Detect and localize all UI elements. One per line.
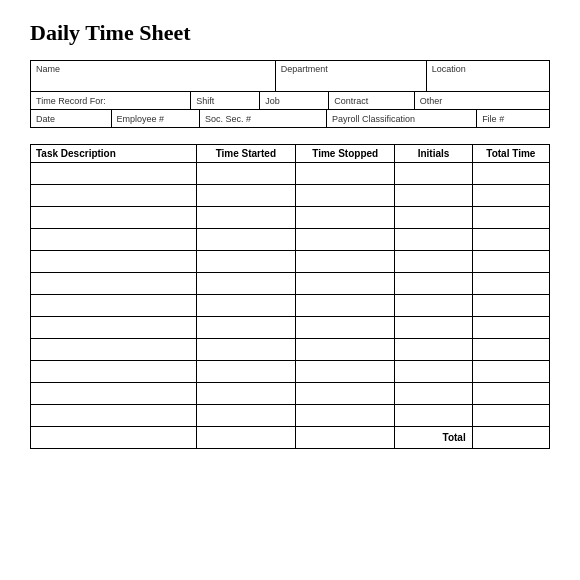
department-cell[interactable]: Department [276, 61, 427, 91]
job-cell[interactable]: Job [260, 92, 329, 109]
task-cell[interactable] [395, 339, 472, 361]
task-cell[interactable] [196, 317, 295, 339]
payroll-cell[interactable]: Payroll Classification [327, 110, 477, 127]
task-row[interactable] [31, 339, 550, 361]
department-label: Department [281, 64, 421, 74]
task-cell[interactable] [395, 317, 472, 339]
task-row[interactable] [31, 229, 550, 251]
total-cell [196, 427, 295, 449]
task-cell[interactable] [31, 251, 197, 273]
task-cell[interactable] [296, 229, 395, 251]
task-cell[interactable] [31, 207, 197, 229]
task-cell[interactable] [31, 295, 197, 317]
task-cell[interactable] [296, 185, 395, 207]
file-num-cell[interactable]: File # [477, 110, 549, 127]
task-row[interactable] [31, 383, 550, 405]
task-cell[interactable] [472, 295, 549, 317]
header-section: Name Department Location Time Record For… [30, 60, 550, 128]
task-cell[interactable] [296, 317, 395, 339]
task-row[interactable] [31, 207, 550, 229]
total-cell [31, 427, 197, 449]
task-cell[interactable] [296, 273, 395, 295]
task-cell[interactable] [296, 207, 395, 229]
name-label: Name [36, 64, 270, 74]
task-cell[interactable] [196, 295, 295, 317]
task-cell[interactable] [196, 185, 295, 207]
contract-label: Contract [334, 96, 368, 106]
task-cell[interactable] [31, 185, 197, 207]
date-label: Date [36, 114, 55, 124]
task-cell[interactable] [296, 163, 395, 185]
task-cell[interactable] [196, 383, 295, 405]
task-cell[interactable] [31, 317, 197, 339]
date-cell[interactable]: Date [31, 110, 112, 127]
task-cell[interactable] [395, 273, 472, 295]
task-cell[interactable] [395, 295, 472, 317]
task-cell[interactable] [296, 361, 395, 383]
task-cell[interactable] [196, 207, 295, 229]
total-cell [472, 427, 549, 449]
task-cell[interactable] [472, 361, 549, 383]
task-cell[interactable] [472, 163, 549, 185]
col-started-header: Time Started [196, 145, 295, 163]
task-table: Task Description Time Started Time Stopp… [30, 144, 550, 449]
total-row: Total [31, 427, 550, 449]
task-row[interactable] [31, 273, 550, 295]
task-cell[interactable] [31, 383, 197, 405]
task-cell[interactable] [395, 405, 472, 427]
task-cell[interactable] [395, 185, 472, 207]
task-cell[interactable] [395, 361, 472, 383]
time-record-for-cell[interactable]: Time Record For: [31, 92, 191, 109]
task-cell[interactable] [472, 317, 549, 339]
contract-cell[interactable]: Contract [329, 92, 415, 109]
location-label: Location [432, 64, 544, 74]
task-cell[interactable] [472, 339, 549, 361]
task-cell[interactable] [31, 229, 197, 251]
header-row-3: Date Employee # Soc. Sec. # Payroll Clas… [31, 110, 549, 127]
task-cell[interactable] [31, 405, 197, 427]
task-cell[interactable] [196, 163, 295, 185]
task-cell[interactable] [296, 339, 395, 361]
task-cell[interactable] [296, 295, 395, 317]
soc-sec-cell[interactable]: Soc. Sec. # [200, 110, 327, 127]
task-cell[interactable] [395, 163, 472, 185]
task-row[interactable] [31, 361, 550, 383]
task-cell[interactable] [31, 361, 197, 383]
other-cell[interactable]: Other [415, 92, 549, 109]
task-cell[interactable] [31, 273, 197, 295]
task-cell[interactable] [31, 339, 197, 361]
task-row[interactable] [31, 405, 550, 427]
task-cell[interactable] [196, 339, 295, 361]
task-cell[interactable] [395, 207, 472, 229]
task-cell[interactable] [395, 229, 472, 251]
shift-cell[interactable]: Shift [191, 92, 260, 109]
task-cell[interactable] [196, 251, 295, 273]
task-cell[interactable] [472, 273, 549, 295]
task-cell[interactable] [296, 251, 395, 273]
task-cell[interactable] [196, 273, 295, 295]
task-cell[interactable] [31, 163, 197, 185]
task-cell[interactable] [196, 361, 295, 383]
task-row[interactable] [31, 317, 550, 339]
task-cell[interactable] [196, 405, 295, 427]
task-cell[interactable] [296, 383, 395, 405]
task-cell[interactable] [472, 405, 549, 427]
task-cell[interactable] [472, 229, 549, 251]
task-cell[interactable] [472, 207, 549, 229]
task-row[interactable] [31, 251, 550, 273]
other-label: Other [420, 96, 443, 106]
task-cell[interactable] [395, 383, 472, 405]
employee-num-cell[interactable]: Employee # [112, 110, 200, 127]
task-cell[interactable] [472, 185, 549, 207]
task-row[interactable] [31, 163, 550, 185]
location-cell[interactable]: Location [427, 61, 549, 91]
name-cell[interactable]: Name [31, 61, 276, 91]
task-cell[interactable] [296, 405, 395, 427]
task-cell[interactable] [472, 251, 549, 273]
task-cell[interactable] [196, 229, 295, 251]
task-cell[interactable] [472, 383, 549, 405]
task-row[interactable] [31, 295, 550, 317]
task-row[interactable] [31, 185, 550, 207]
col-stopped-header: Time Stopped [296, 145, 395, 163]
task-cell[interactable] [395, 251, 472, 273]
